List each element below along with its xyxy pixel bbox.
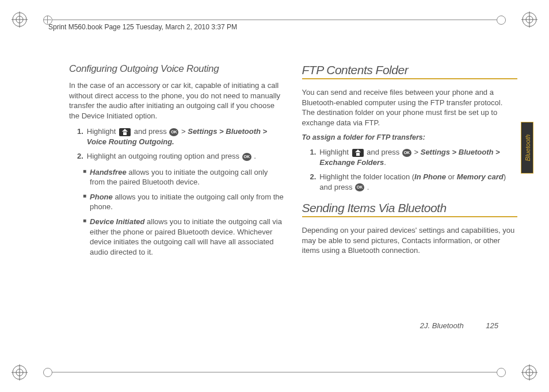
- step-text: >: [414, 148, 421, 156]
- document-header: Sprint M560.book Page 125 Tuesday, March…: [48, 23, 237, 31]
- option-label: Memory card: [457, 172, 504, 181]
- subheading-configuring: Configuring Outgoing Voice Routing: [69, 63, 285, 75]
- page-number: 125: [486, 321, 498, 330]
- step-content: Highlight and press OK > Settings > Blue…: [319, 147, 517, 167]
- registration-mark-icon: [521, 364, 537, 381]
- bullet-list: ■ Handsfree allows you to initiate the o…: [69, 167, 285, 257]
- side-tab: Bluetooth: [521, 122, 533, 174]
- step-content: Highlight the folder location (In Phone …: [319, 172, 517, 192]
- bullet-icon: ■: [83, 167, 86, 187]
- bullet-content: Device Initiated allows you to initiate …: [90, 217, 284, 257]
- step-number: 2.: [77, 151, 83, 162]
- bullet-label: Phone: [90, 193, 113, 201]
- steps-list: 1. Highlight and press OK > Settings > B…: [302, 147, 518, 192]
- ok-icon: OK: [169, 128, 178, 136]
- section-rule: [302, 78, 518, 79]
- section-intro: You can send and receive files between y…: [302, 87, 518, 128]
- heading-sending: Sending Items Via Bluetooth: [302, 201, 518, 215]
- step-content: Highlight and press OK > Settings > Blue…: [87, 126, 285, 147]
- step-item: 2. Highlight the folder location (In Pho…: [310, 172, 518, 192]
- bullet-item: ■ Handsfree allows you to initiate the o…: [83, 167, 285, 187]
- bullet-content: Phone allows you to initiate the outgoin…: [90, 192, 284, 212]
- left-column: Configuring Outgoing Voice Routing In th…: [69, 63, 285, 340]
- bullet-content: Handsfree allows you to initiate the out…: [90, 167, 284, 187]
- bullet-item: ■ Phone allows you to initiate the outgo…: [83, 192, 285, 212]
- instruction-text: To assign a folder for FTP transfers:: [302, 133, 518, 141]
- steps-list: 1. Highlight and press OK > Settings > B…: [69, 126, 285, 162]
- step-number: 2.: [310, 172, 317, 192]
- step-text: Highlight the folder location (: [319, 172, 414, 181]
- header-crop-line: [47, 20, 502, 20]
- right-column: FTP Contents Folder You can send and rec…: [302, 63, 518, 340]
- page-content: Configuring Outgoing Voice Routing In th…: [69, 63, 517, 340]
- bullet-label: Handsfree: [90, 168, 127, 176]
- step-text: and press: [367, 148, 402, 156]
- bullet-text: allows you to initiate the outgoing call…: [90, 193, 284, 212]
- bullet-icon: ■: [83, 192, 86, 212]
- step-text: Highlight an outgoing routing option and…: [87, 152, 242, 160]
- step-number: 1.: [310, 147, 317, 167]
- heading-ftp: FTP Contents Folder: [302, 63, 518, 77]
- home-icon: [352, 149, 364, 157]
- bullet-label: Device Initiated: [90, 217, 144, 226]
- registration-mark-icon: [521, 11, 537, 28]
- step-text: .: [254, 152, 256, 160]
- side-tab-label: Bluetooth: [524, 129, 531, 167]
- section-rule: [302, 216, 518, 217]
- intro-text: In the case of an accessory or car kit, …: [69, 80, 285, 121]
- registration-mark-icon: [12, 11, 28, 28]
- home-icon: [119, 128, 131, 136]
- registration-mark-icon: [12, 364, 28, 381]
- option-label: In Phone: [414, 172, 446, 181]
- section-intro: Depending on your paired devices' settin…: [302, 225, 518, 256]
- step-content: Highlight an outgoing routing option and…: [87, 151, 285, 162]
- step-text: >: [181, 127, 188, 136]
- step-item: 2. Highlight an outgoing routing option …: [77, 151, 285, 162]
- footer-crop-line: [47, 372, 502, 372]
- step-text: Highlight: [319, 148, 350, 156]
- step-item: 1. Highlight and press OK > Settings > B…: [310, 147, 518, 167]
- step-item: 1. Highlight and press OK > Settings > B…: [77, 126, 285, 147]
- ok-icon: OK: [402, 149, 411, 157]
- ok-icon: OK: [242, 153, 251, 161]
- step-text: or: [446, 172, 457, 181]
- bullet-icon: ■: [83, 217, 86, 257]
- page-footer: 2J. Bluetooth 125: [420, 321, 498, 330]
- step-number: 1.: [77, 126, 83, 147]
- step-text: Highlight: [87, 127, 118, 136]
- bullet-item: ■ Device Initiated allows you to initiat…: [83, 217, 285, 257]
- step-text: and press: [134, 127, 169, 136]
- ok-icon: OK: [355, 183, 364, 191]
- chapter-label: 2J. Bluetooth: [420, 321, 464, 330]
